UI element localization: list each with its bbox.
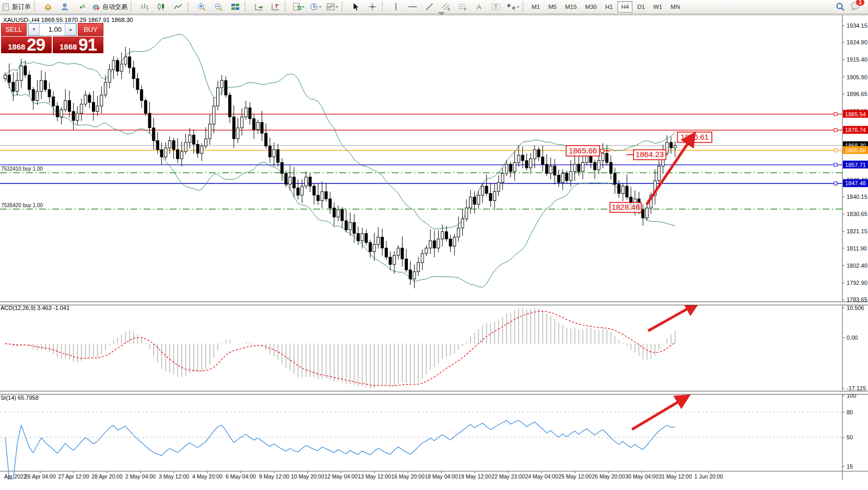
svg-text:1915.40: 1915.40	[847, 56, 867, 63]
timeframe-button-h1[interactable]: H1	[602, 1, 617, 13]
svg-text:50: 50	[847, 434, 853, 440]
bar-chart-button[interactable]	[136, 1, 153, 13]
fibonacci-button[interactable]: F	[454, 1, 471, 13]
timeframe-button-m1[interactable]: M1	[528, 1, 544, 13]
text-icon: A	[476, 3, 483, 11]
svg-text:1857.71: 1857.71	[845, 162, 866, 168]
cursor-button[interactable]	[347, 1, 364, 13]
candle-chart-button[interactable]	[153, 1, 170, 13]
arrows-button[interactable]	[505, 1, 521, 13]
vertical-line-button[interactable]	[388, 1, 404, 13]
svg-text:1 Jun 20:00: 1 Jun 20:00	[695, 473, 723, 480]
volume-stepper: ▼ 1.00 ▲	[28, 23, 77, 36]
chart-title: XAUUSD-,H4 1869.55 1870.29 1867.91 1868.…	[3, 17, 133, 23]
svg-text:1864.23: 1864.23	[636, 150, 664, 159]
search-icon[interactable]	[836, 2, 845, 11]
autotrade-button[interactable]: 自动交易	[90, 1, 130, 13]
indicators-button[interactable]	[290, 1, 307, 13]
svg-text:1865.66: 1865.66	[569, 146, 597, 155]
tile-windows-button[interactable]	[227, 1, 243, 13]
line-chart-icon	[174, 3, 183, 11]
open-position-label: 7535420 buy 1.00	[1, 202, 43, 208]
svg-text:1870.61: 1870.61	[681, 133, 709, 141]
buy-button[interactable]: BUY	[78, 23, 103, 36]
timeframe-button-h4[interactable]: H4	[617, 1, 632, 13]
price-axis-badges: 1885.541876.741868.301865.661857.711847.…	[843, 110, 868, 187]
crosshair-icon	[368, 3, 377, 11]
volume-decrease-button[interactable]: ▼	[28, 23, 40, 35]
toolbar-grip	[187, 2, 192, 11]
new-order-icon	[2, 3, 10, 11]
cursor-icon	[352, 3, 359, 11]
collapse-toolbar-arrow[interactable]	[438, 12, 445, 16]
svg-text:22 May 23:00: 22 May 23:00	[491, 473, 525, 480]
toolbar: 新订单 自动交易 E F A T	[0, 0, 868, 14]
text-button[interactable]: A	[471, 1, 488, 13]
macd-indicator-label: ACD(12,26,9) 3.463 -1.041	[1, 305, 69, 311]
new-order-button[interactable]: 新订单	[0, 1, 33, 13]
timeframe-button-m30[interactable]: M30	[581, 1, 600, 13]
toolbar-grip	[131, 2, 135, 11]
svg-text:80: 80	[847, 409, 853, 415]
svg-text:12 May 04:00: 12 May 04:00	[324, 473, 358, 480]
chart-shift-icon	[271, 3, 280, 11]
buy-price-prefix: 1868	[60, 41, 77, 53]
timeframe-button-m15[interactable]: M15	[561, 1, 580, 13]
timeframe-button-w1[interactable]: W1	[650, 1, 666, 13]
crosshair-button[interactable]	[364, 1, 381, 13]
rsi-panel-splitter[interactable]	[0, 391, 868, 395]
channel-button[interactable]: E	[438, 1, 454, 13]
volume-value[interactable]: 1.00	[40, 23, 65, 35]
chart-canvas[interactable]: 1934.151924.901915.401905.901896.651887.…	[0, 0, 868, 490]
text-label-button[interactable]: T	[488, 1, 505, 13]
svg-text:10 May 20:00: 10 May 20:00	[291, 473, 324, 480]
signal-button[interactable]	[73, 1, 90, 13]
zoom-in-button[interactable]	[193, 1, 210, 13]
horizontal-lines[interactable]	[0, 113, 842, 209]
sell-button[interactable]: SELL	[1, 23, 27, 36]
svg-text:6 May 04:00: 6 May 04:00	[226, 473, 256, 480]
timeframe-button-m5[interactable]: M5	[545, 1, 560, 13]
chat-button[interactable]: 1	[850, 2, 861, 13]
sell-price[interactable]: 1868 29	[1, 37, 52, 53]
gold-chart-button[interactable]	[40, 1, 56, 13]
signal-icon	[77, 3, 86, 11]
svg-text:10.506: 10.506	[847, 305, 864, 311]
svg-text:1811.90: 1811.90	[847, 245, 867, 252]
chart-shift-button[interactable]	[267, 1, 284, 13]
svg-text:1847.48: 1847.48	[845, 180, 866, 186]
timeframe-button-mn[interactable]: MN	[667, 1, 684, 13]
candle-chart-icon	[157, 3, 166, 11]
candlesticks	[4, 47, 677, 289]
profiles-button[interactable]	[56, 1, 73, 13]
templates-button[interactable]	[324, 1, 341, 13]
line-chart-button[interactable]	[170, 1, 186, 13]
time-axis[interactable]: Apr 202226 Apr 04:0027 Apr 12:0028 Apr 2…	[4, 471, 723, 480]
svg-text:15: 15	[847, 463, 853, 470]
svg-text:1792.90: 1792.90	[847, 280, 867, 286]
hline-icon	[408, 3, 417, 11]
horizontal-line-button[interactable]	[404, 1, 421, 13]
buy-price-pips: 91	[78, 37, 97, 53]
bar-chart-icon	[140, 3, 149, 11]
trend-arrows[interactable]	[632, 136, 696, 429]
toolbar-grip	[34, 2, 39, 11]
vline-icon	[392, 3, 400, 11]
zoom-out-icon	[214, 3, 223, 11]
text-label-icon: T	[491, 3, 501, 11]
macd-panel-splitter[interactable]	[0, 302, 868, 305]
periods-button[interactable]	[307, 1, 324, 13]
zoom-out-button[interactable]	[210, 1, 227, 13]
arrows-icon	[507, 3, 519, 11]
timeframe-button-d1[interactable]: D1	[634, 1, 649, 13]
svg-text:1885.54: 1885.54	[845, 111, 866, 117]
toolbar-grip	[342, 2, 346, 11]
svg-text:13 May 12:00: 13 May 12:00	[358, 473, 391, 480]
trendline-button[interactable]	[421, 1, 438, 13]
volume-increase-button[interactable]: ▲	[65, 23, 76, 35]
sell-price-pips: 29	[27, 37, 45, 53]
auto-scroll-button[interactable]	[250, 1, 267, 13]
svg-text:30 May 04:00: 30 May 04:00	[625, 473, 659, 480]
one-click-trading-panel: SELL ▼ 1.00 ▲ BUY 1868 29 1868 91	[1, 23, 103, 53]
buy-price[interactable]: 1868 91	[53, 37, 103, 53]
